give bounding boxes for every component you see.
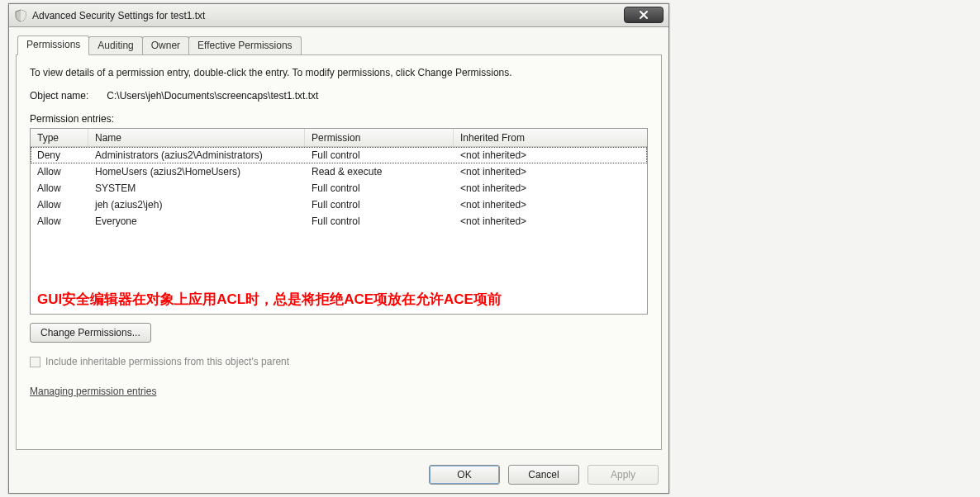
object-name-value: C:\Users\jeh\Documents\screencaps\test1.… <box>107 90 318 102</box>
cell-permission: Full control <box>305 196 454 213</box>
cell-name: HomeUsers (azius2\HomeUsers) <box>88 163 305 180</box>
cell-type: Allow <box>31 163 88 180</box>
cell-name: jeh (azius2\jeh) <box>88 196 305 213</box>
tab-strip: Permissions Auditing Owner Effective Per… <box>16 36 662 55</box>
cell-name: SYSTEM <box>88 180 305 196</box>
ok-button[interactable]: OK <box>429 465 500 485</box>
cell-permission: Read & execute <box>305 163 454 180</box>
cell-permission: Full control <box>305 213 454 230</box>
cell-permission: Full control <box>305 147 454 163</box>
cell-inherited: <not inherited> <box>454 163 647 180</box>
object-name-row: Object name: C:\Users\jeh\Documents\scre… <box>30 90 648 102</box>
permissions-panel: To view details of a permission entry, d… <box>16 55 662 450</box>
cell-inherited: <not inherited> <box>454 213 647 230</box>
permission-entries-label: Permission entries: <box>30 113 648 125</box>
cell-inherited: <not inherited> <box>454 196 647 213</box>
titlebar: Advanced Security Settings for test1.txt <box>9 4 668 27</box>
permission-row[interactable]: Allow SYSTEM Full control <not inherited… <box>31 180 647 196</box>
cell-permission: Full control <box>305 180 454 196</box>
include-inheritable-label: Include inheritable permissions from thi… <box>45 356 289 367</box>
include-inheritable-checkbox[interactable] <box>30 357 40 367</box>
column-header-permission[interactable]: Permission <box>305 129 454 146</box>
window-title: Advanced Security Settings for test1.txt <box>32 10 205 21</box>
shield-icon <box>14 9 27 22</box>
permission-entries-list[interactable]: Type Name Permission Inherited From Deny… <box>30 128 648 315</box>
cell-name: Administrators (azius2\Administrators) <box>88 147 305 163</box>
cell-inherited: <not inherited> <box>454 180 647 196</box>
tab-owner[interactable]: Owner <box>142 36 189 54</box>
permission-row[interactable]: Allow HomeUsers (azius2\HomeUsers) Read … <box>31 163 647 180</box>
tab-auditing[interactable]: Auditing <box>88 36 142 54</box>
permission-row[interactable]: Allow jeh (azius2\jeh) Full control <not… <box>31 196 647 213</box>
column-header-type[interactable]: Type <box>31 129 88 146</box>
cell-type: Deny <box>31 147 88 163</box>
cell-inherited: <not inherited> <box>454 147 647 163</box>
column-header-name[interactable]: Name <box>88 129 305 146</box>
column-header-inherited[interactable]: Inherited From <box>454 129 647 146</box>
change-permissions-button[interactable]: Change Permissions... <box>30 323 151 343</box>
instruction-text: To view details of a permission entry, d… <box>30 67 648 78</box>
permission-rows: Deny Administrators (azius2\Administrato… <box>31 147 647 230</box>
external-annotation-text: GUI安全编辑器在对象上应用ACL时，总是将拒绝ACE项放在允许ACE项前 <box>37 290 640 310</box>
permission-row[interactable]: Allow Everyone Full control <not inherit… <box>31 213 647 230</box>
include-inheritable-row: Include inheritable permissions from thi… <box>30 356 648 367</box>
dialog-footer: OK Cancel Apply <box>429 465 659 485</box>
cell-type: Allow <box>31 196 88 213</box>
column-header-row: Type Name Permission Inherited From <box>31 129 647 147</box>
tab-effective-permissions[interactable]: Effective Permissions <box>188 36 302 54</box>
advanced-security-dialog: Advanced Security Settings for test1.txt… <box>8 3 669 494</box>
dialog-client-area: Permissions Auditing Owner Effective Per… <box>9 27 668 493</box>
cell-type: Allow <box>31 213 88 230</box>
cell-name: Everyone <box>88 213 305 230</box>
tab-permissions[interactable]: Permissions <box>17 36 89 55</box>
permission-row[interactable]: Deny Administrators (azius2\Administrato… <box>31 147 647 163</box>
managing-permission-entries-link[interactable]: Managing permission entries <box>30 386 156 397</box>
object-name-label: Object name: <box>30 90 104 102</box>
cell-type: Allow <box>31 180 88 196</box>
cancel-button[interactable]: Cancel <box>508 465 579 485</box>
apply-button: Apply <box>588 465 659 485</box>
close-button[interactable] <box>624 7 664 23</box>
